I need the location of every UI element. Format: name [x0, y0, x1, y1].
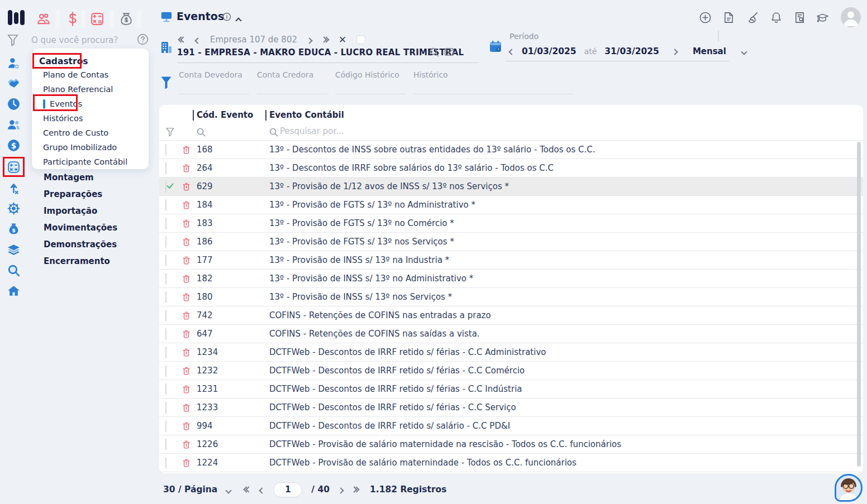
- period-mode-chevron-icon[interactable]: [742, 46, 746, 56]
- clock-icon[interactable]: [7, 97, 21, 111]
- menu-section-title[interactable]: Cadastros: [37, 54, 149, 68]
- filter-input-underline[interactable]: [179, 94, 249, 94]
- column-header-event[interactable]: Evento Contábil: [269, 110, 344, 120]
- accounting-module-icon[interactable]: [89, 11, 105, 27]
- delete-row-button[interactable]: [182, 384, 197, 395]
- last-page-button[interactable]: [352, 487, 359, 492]
- table-row[interactable]: 186 13º - Provisão de FGTS s/ 13º nos Se…: [159, 233, 863, 251]
- table-row[interactable]: 994 DCTFWeb - Descontos de IRRF retido s…: [159, 417, 863, 435]
- delete-row-button[interactable]: [182, 402, 197, 413]
- period-checkbox[interactable]: [718, 30, 719, 42]
- info-icon[interactable]: [222, 12, 231, 21]
- collapse-chevron-icon[interactable]: [236, 15, 241, 25]
- table-row[interactable]: 647 COFINS - Retenções de COFINS nas saí…: [159, 325, 863, 343]
- company-checkbox[interactable]: [356, 35, 365, 44]
- rows-filter-icon[interactable]: [166, 127, 174, 137]
- calculator-icon[interactable]: [7, 160, 21, 174]
- home-icon[interactable]: [7, 284, 21, 298]
- help-icon[interactable]: [137, 33, 149, 45]
- trending-up-icon[interactable]: [7, 181, 21, 195]
- row-checkbox[interactable]: [165, 144, 166, 156]
- sidebar-item-demonstrações[interactable]: Demonstrações: [44, 237, 155, 252]
- delete-row-button[interactable]: [182, 237, 197, 247]
- row-checkbox[interactable]: [165, 402, 166, 414]
- money-bag-icon[interactable]: $: [7, 222, 21, 236]
- bell-icon[interactable]: [770, 11, 783, 24]
- delete-row-button[interactable]: [182, 421, 197, 431]
- delete-row-button[interactable]: [182, 329, 197, 339]
- finance-module-icon[interactable]: [65, 11, 80, 27]
- row-checkbox[interactable]: [165, 328, 166, 340]
- user-settings-icon[interactable]: [7, 56, 21, 70]
- filter-input-underline[interactable]: [413, 94, 573, 94]
- user-avatar[interactable]: [841, 7, 861, 27]
- delete-row-button[interactable]: [182, 255, 197, 266]
- close-company-icon[interactable]: ✕: [339, 35, 346, 45]
- filter-field-histórico[interactable]: Histórico: [413, 70, 573, 94]
- handshake-icon[interactable]: [7, 76, 21, 90]
- delete-row-button[interactable]: [182, 145, 197, 155]
- next-period-button[interactable]: [673, 46, 677, 56]
- sidebar-item-montagem[interactable]: Montagem: [44, 170, 155, 185]
- row-checkbox[interactable]: [165, 236, 166, 248]
- table-row[interactable]: 1224 DCTFWeb - Provisão de salário mater…: [159, 454, 863, 472]
- sidebar-item-plano-de-contas[interactable]: Plano de Contas: [37, 68, 149, 82]
- row-checkbox[interactable]: [165, 291, 166, 303]
- mail-icon[interactable]: [444, 47, 454, 57]
- delete-row-button[interactable]: [182, 163, 197, 174]
- table-row[interactable]: 182 13º - Provisão de INSS s/ 13º no Adm…: [159, 270, 863, 288]
- filter-field-conta-devedora[interactable]: Conta Devedora: [179, 70, 249, 94]
- row-checkbox[interactable]: [165, 273, 166, 285]
- table-row[interactable]: 1232 DCTFWeb - Descontos de IRRF retido …: [159, 362, 863, 380]
- period-start-date[interactable]: 01/03/2025: [522, 46, 577, 56]
- page-number-input[interactable]: [273, 482, 302, 497]
- table-row[interactable]: 264 13º - Descontos de IRRF sobre salári…: [159, 159, 863, 177]
- table-row[interactable]: 742 COFINS - Retenções de COFINS nas ent…: [159, 306, 863, 325]
- audit-log-icon[interactable]: [793, 11, 806, 24]
- next-company-button[interactable]: [307, 35, 312, 45]
- delete-row-button[interactable]: [182, 347, 197, 358]
- row-checkbox[interactable]: [165, 365, 166, 377]
- sidebar-search-input[interactable]: [31, 33, 132, 47]
- table-row[interactable]: 177 13º - Provisão de INSS s/ 13º na Ind…: [159, 251, 863, 270]
- vertical-scrollbar[interactable]: [857, 142, 861, 467]
- row-checkbox[interactable]: [165, 310, 166, 321]
- prev-period-button[interactable]: [509, 46, 514, 56]
- row-checkbox[interactable]: [165, 383, 166, 395]
- sidebar-item-movimentações[interactable]: Movimentações: [44, 220, 155, 235]
- company-search-icon[interactable]: [429, 47, 439, 57]
- delete-row-button[interactable]: [182, 458, 197, 468]
- layers-icon[interactable]: [7, 243, 21, 257]
- sidebar-item-preparações[interactable]: Preparações: [44, 187, 155, 201]
- sidebar-item-grupo-imobilizado[interactable]: Grupo Imobilizado: [37, 140, 149, 155]
- filter-input-underline[interactable]: [257, 94, 327, 94]
- column-header-code[interactable]: Cód. Evento: [197, 110, 253, 120]
- row-checkbox[interactable]: [165, 347, 166, 358]
- next-page-button[interactable]: [339, 484, 343, 495]
- table-row[interactable]: 1234 DCTFWeb - Descontos de IRRF retido …: [159, 343, 863, 362]
- table-row[interactable]: 184 13º - Provisão de FGTS s/ 13º no Adm…: [159, 196, 863, 214]
- people-module-icon[interactable]: [36, 11, 51, 27]
- sidebar-item-eventos[interactable]: Eventos: [37, 97, 149, 111]
- row-checkbox[interactable]: [165, 439, 166, 450]
- table-row[interactable]: 180 13º - Provisão de INSS s/ 13º nos Se…: [159, 288, 863, 306]
- sidebar-item-históricos[interactable]: Históricos: [37, 111, 149, 126]
- delete-row-button[interactable]: [182, 200, 197, 210]
- calendar-icon[interactable]: [489, 40, 502, 54]
- delete-row-button[interactable]: [182, 181, 197, 192]
- sidebar-item-plano-referencial[interactable]: Plano Referencial: [37, 82, 149, 97]
- sidebar-item-centro-de-custo[interactable]: Centro de Custo: [37, 126, 149, 140]
- sidebar-item-encerramento[interactable]: Encerramento: [44, 254, 155, 268]
- dollar-circle-icon[interactable]: $: [7, 138, 21, 152]
- filter-input-underline[interactable]: [335, 94, 406, 94]
- broom-icon[interactable]: [746, 11, 759, 24]
- row-checkbox[interactable]: [165, 162, 166, 174]
- event-search-icon[interactable]: [269, 127, 278, 137]
- table-row[interactable]: 629 13º - Provisão de 1/12 avos de INSS …: [159, 177, 863, 196]
- page-size-chevron-icon[interactable]: [226, 484, 231, 495]
- row-checkbox[interactable]: [165, 420, 166, 432]
- filter-field-conta-credora[interactable]: Conta Credora: [257, 70, 327, 94]
- code-search-icon[interactable]: [196, 127, 206, 137]
- table-row[interactable]: 183 13º - Provisão de FGTS s/ 13º no Com…: [159, 214, 863, 233]
- add-icon[interactable]: [699, 11, 712, 24]
